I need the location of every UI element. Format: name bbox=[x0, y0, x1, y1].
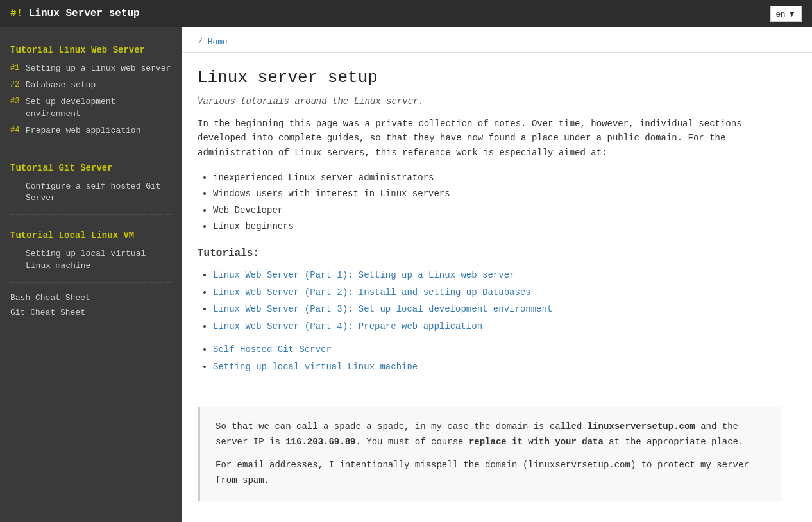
sidebar-item-web-server-3[interactable]: #3 Set up development environment bbox=[0, 94, 182, 122]
sidebar-label: Database setup bbox=[26, 80, 96, 91]
audience-list: inexperienced Linux server administrator… bbox=[198, 170, 782, 235]
sidebar-item-git-server-1[interactable]: Configure a self hosted Git Server bbox=[0, 178, 182, 206]
sidebar-num: #1 bbox=[10, 63, 26, 74]
page-subtitle: Various tutorials around the Linux serve… bbox=[198, 96, 782, 106]
sidebar-num: #4 bbox=[10, 125, 26, 136]
header-title-text: Linux Server setup bbox=[29, 8, 140, 19]
section-divider bbox=[198, 391, 782, 391]
extra-link-list: Self Hosted Git Server Setting up local … bbox=[198, 341, 782, 375]
breadcrumb: / Home bbox=[182, 27, 812, 53]
info-text: So that we can call a spade a spade, in … bbox=[216, 421, 588, 432]
sidebar-label: Configure a self hosted Git Server bbox=[26, 181, 172, 204]
info-domain: linuxserversetup.com bbox=[588, 421, 695, 432]
lang-value: en bbox=[776, 9, 785, 19]
language-selector[interactable]: en ▼ bbox=[770, 6, 802, 22]
list-item: Linux Web Server (Part 3): Set up local … bbox=[213, 301, 782, 318]
hash-symbol: #! bbox=[10, 8, 22, 19]
chevron-down-icon: ▼ bbox=[788, 9, 796, 19]
tutorial-link-list: Linux Web Server (Part 1): Setting up a … bbox=[198, 267, 782, 335]
tutorial-link-1[interactable]: Linux Web Server (Part 1): Setting up a … bbox=[213, 270, 514, 280]
sidebar-item-web-server-1[interactable]: #1 Setting up a Linux web server bbox=[0, 60, 182, 77]
sidebar-item-git-cheat[interactable]: Git Cheat Sheet bbox=[0, 305, 182, 320]
main-layout: Tutorial Linux Web Server #1 Setting up … bbox=[0, 27, 812, 522]
info-text: . You must of course bbox=[355, 437, 468, 447]
tutorials-heading: Tutorials: bbox=[198, 248, 782, 259]
sidebar-section-git-server: Tutorial Git Server bbox=[0, 155, 182, 178]
sidebar-item-web-server-4[interactable]: #4 Prepare web application bbox=[0, 122, 182, 139]
audience-item: Windows users with interest in Linux ser… bbox=[213, 186, 782, 202]
sidebar-divider-2 bbox=[10, 214, 172, 215]
info-box-line1: So that we can call a spade a spade, in … bbox=[216, 419, 767, 450]
extra-link-1[interactable]: Self Hosted Git Server bbox=[213, 344, 332, 355]
audience-item: Linux beginners bbox=[213, 219, 782, 235]
info-text: at the appropriate place. bbox=[604, 437, 743, 447]
list-item: Linux Web Server (Part 1): Setting up a … bbox=[213, 267, 782, 284]
sidebar-divider-3 bbox=[10, 282, 172, 283]
breadcrumb-sep: / bbox=[198, 37, 203, 47]
sidebar-item-bash-cheat[interactable]: Bash Cheat Sheet bbox=[0, 290, 182, 305]
sidebar-item-web-server-2[interactable]: #2 Database setup bbox=[0, 77, 182, 94]
audience-item: Web Developer bbox=[213, 203, 782, 219]
info-box-line2: For email addresses, I intentionally mis… bbox=[216, 458, 767, 489]
info-box: So that we can call a spade a spade, in … bbox=[198, 407, 782, 501]
sidebar-label: Prepare web application bbox=[26, 125, 140, 137]
sidebar-label: Setting up a Linux web server bbox=[26, 63, 171, 74]
list-item: Linux Web Server (Part 2): Install and s… bbox=[213, 284, 782, 301]
list-item: Self Hosted Git Server bbox=[213, 341, 782, 358]
sidebar-label: Set up development environment bbox=[26, 96, 172, 119]
main-content-area: / Home Linux server setup Various tutori… bbox=[182, 27, 812, 522]
sidebar-divider-1 bbox=[10, 147, 172, 147]
audience-item: inexperienced Linux server administrator… bbox=[213, 170, 782, 186]
page-content: Linux server setup Various tutorials aro… bbox=[182, 53, 798, 522]
info-ip: 116.203.69.89 bbox=[285, 437, 355, 447]
sidebar-num: #3 bbox=[10, 96, 26, 107]
sidebar-section-local-vm: Tutorial Local Linux VM bbox=[0, 223, 182, 246]
info-replace-text: replace it with your data bbox=[469, 437, 604, 447]
sidebar-section-web-server: Tutorial Linux Web Server bbox=[0, 37, 182, 60]
list-item: Linux Web Server (Part 4): Prepare web a… bbox=[213, 318, 782, 335]
sidebar: Tutorial Linux Web Server #1 Setting up … bbox=[0, 27, 182, 522]
tutorial-link-2[interactable]: Linux Web Server (Part 2): Install and s… bbox=[213, 287, 531, 298]
sidebar-num: #2 bbox=[10, 80, 26, 90]
tutorial-link-3[interactable]: Linux Web Server (Part 3): Set up local … bbox=[213, 304, 552, 314]
extra-link-2[interactable]: Setting up local virtual Linux machine bbox=[213, 362, 418, 372]
sidebar-label: Setting up local virtual Linux machine bbox=[26, 248, 172, 271]
header: #! Linux Server setup en ▼ bbox=[0, 0, 812, 27]
sidebar-item-local-vm-1[interactable]: Setting up local virtual Linux machine bbox=[0, 246, 182, 274]
page-intro: In the beginning this page was a private… bbox=[198, 117, 782, 160]
breadcrumb-home[interactable]: Home bbox=[208, 37, 228, 47]
site-title: #! Linux Server setup bbox=[10, 8, 140, 19]
tutorial-link-4[interactable]: Linux Web Server (Part 4): Prepare web a… bbox=[213, 321, 482, 332]
list-item: Setting up local virtual Linux machine bbox=[213, 358, 782, 376]
page-title: Linux server setup bbox=[198, 68, 782, 87]
